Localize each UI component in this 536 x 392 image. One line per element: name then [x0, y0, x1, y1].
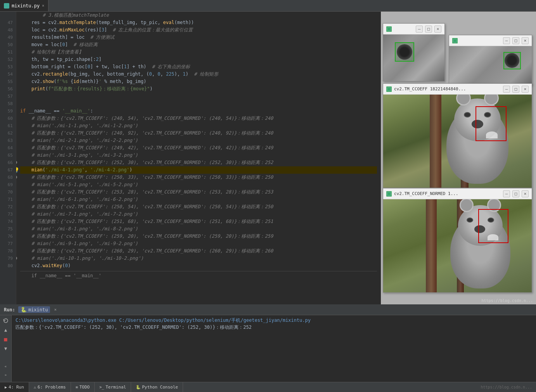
run-restart-btn[interactable] — [2, 317, 10, 325]
run-command-line: C:\Users\lenovo\anaconda3\python.exe C:/… — [16, 317, 532, 324]
detection-box-normed — [478, 209, 508, 243]
editor-panel: 47484950 51525354 55565758 59606162 6364… — [0, 12, 381, 304]
cv-close-btn-2[interactable]: ✕ — [522, 37, 529, 44]
code-line-56: print(f"匹配参数：{results}；移动距离：{move}") — [20, 85, 377, 93]
tab-terminal[interactable]: >_ Terminal — [95, 382, 131, 392]
cv-titlebar-thumb2: — □ ✕ — [449, 35, 532, 46]
code-line-78: # 匹配参数：{'cv2.TM_CCOEFF': (260, 29), 'cv2… — [20, 247, 377, 255]
cv-maximize-btn-4[interactable]: □ — [512, 190, 519, 197]
code-line-68: # 匹配参数：{'cv2.TM_CCOEFF': (250, 33), 'cv2… — [20, 174, 377, 181]
status-bar: https://blog.csdn.n... — [481, 385, 536, 389]
watermark-text: https://blog.csdn.n... — [482, 299, 533, 303]
run-sidebar: ▲ ■ ▼ « » — [0, 315, 12, 382]
code-line-63: # mian('./mi-2-1.png', './mi-2-2.png') — [20, 137, 377, 144]
cv-maximize-btn-3[interactable]: □ — [512, 86, 519, 93]
file-tab-icon — [4, 3, 9, 9]
tab-problems[interactable]: ⚠ 6: Problems — [29, 382, 71, 392]
thumb1-koala — [383, 35, 444, 81]
code-line-72: # 匹配参数：{'cv2.TM_CCOEFF': (250, 54), 'cv2… — [20, 203, 377, 211]
problems-tab-icon: ⚠ — [34, 385, 36, 389]
run-sidebar-expand-area: « » — [2, 363, 10, 380]
detect-inner-shape — [486, 131, 498, 138]
run-tab-label: 4: Run — [9, 385, 24, 390]
code-line-65: # mian('./mi-3-1.png', './mi-3-2.png') — [20, 152, 377, 159]
run-body: ▲ ■ ▼ « » C:\Users\lenovo\anaconda3\pyth… — [0, 315, 536, 382]
tree-trunk-3 — [426, 199, 437, 292]
cv-maximize-btn-1[interactable]: □ — [425, 26, 432, 33]
cv-minimize-btn-3[interactable]: — — [503, 86, 510, 93]
cv-minimize-btn-4[interactable]: — — [503, 190, 510, 197]
code-line-61: # mian('./mi-1-1.png', './mi-1-2.png') — [20, 122, 377, 130]
cv-window-thumb2: — □ ✕ — [449, 35, 532, 85]
run-header: Run: 🐍 mixintu × — [0, 304, 536, 315]
tab-python-console[interactable]: 🐍 Python Console — [131, 382, 183, 392]
koala-ear-left-2 — [460, 199, 474, 212]
code-line-59: ▶ if __name__ == '__main__': — [20, 107, 377, 115]
code-line-67: 💡 mian('./mi-4-1.png', './mi-4-2.png') — [20, 166, 377, 174]
tab-bar: mixintu.py × — [0, 0, 536, 12]
cv-minimize-btn-1[interactable]: — — [416, 26, 423, 33]
code-line-74: # 匹配参数：{'cv2.TM_CCOEFF': (251, 68), 'cv2… — [20, 218, 377, 225]
run-script-close[interactable]: × — [54, 307, 57, 312]
run-down-btn[interactable]: ▼ — [2, 345, 10, 352]
run-tab-icon: ▶ — [5, 385, 7, 389]
code-line-comment-top: # 3.模板匹配matchTemplate — [20, 12, 377, 19]
cv-ccoeff-image — [383, 95, 532, 188]
main-area: 47484950 51525354 55565758 59606162 6364… — [0, 12, 536, 304]
cv-title-icon-thumb2 — [452, 38, 458, 43]
tree-trunk — [430, 95, 441, 188]
run-script-name: mixintu — [28, 307, 48, 313]
cv-minimize-btn-2[interactable]: — — [503, 37, 510, 44]
run-stop-btn[interactable]: ■ — [2, 335, 10, 343]
run-up-btn[interactable]: ▲ — [2, 326, 10, 334]
code-line-71: # mian('./mi-6-1.png', './mi-6-2.png') — [20, 196, 377, 203]
tab-run[interactable]: ▶ 4: Run — [0, 382, 29, 392]
thumb2-koala — [449, 46, 532, 85]
file-tab-close[interactable]: × — [42, 3, 44, 8]
code-area: 47484950 51525354 55565758 59606162 6364… — [0, 12, 381, 304]
breakpoint-dot-2-icon — [16, 176, 17, 179]
svg-rect-5 — [388, 88, 390, 90]
code-line-50: move = loc[0] # 移动距离 — [20, 41, 377, 48]
cv-window-ccoeff: cv2.TM_CCOEFF 18221484840... — □ ✕ — [383, 83, 532, 188]
python-console-tab-icon: 🐍 — [136, 385, 140, 389]
code-line-75: # mian('./mi-8-1.png', './mi-8-2.png') — [20, 225, 377, 233]
bulb-icon: 💡 — [16, 166, 19, 174]
terminal-tab-icon: >_ — [99, 385, 104, 389]
cv-close-btn-1[interactable]: ✕ — [434, 26, 441, 33]
normed-koala-bg — [383, 199, 532, 292]
right-panel: — □ ✕ — □ — [381, 12, 536, 304]
run-script-badge[interactable]: 🐍 mixintu — [18, 306, 50, 313]
file-tab-mixintu[interactable]: mixintu.py × — [0, 0, 48, 11]
cv-title-icon-thumb1 — [386, 26, 392, 32]
code-line-64: # 匹配参数：{'cv2.TM_CCOEFF': (249, 42), 'cv2… — [20, 144, 377, 152]
cv-window-normed: cv2.TM_CCOEFF_NORMED 1... — □ ✕ — [383, 188, 532, 293]
run-expand-left-btn[interactable]: « — [2, 363, 10, 370]
file-tab-label: mixintu.py — [12, 3, 40, 9]
code-line-66: # 匹配参数：{'cv2.TM_CCOEFF': (252, 30), 'cv2… — [20, 159, 377, 166]
run-python-icon: 🐍 — [21, 307, 27, 313]
run-result-line: 匹配参数：{'cv2.TM_CCOEFF': (252, 30), 'cv2.T… — [16, 324, 532, 331]
code-line-57 — [20, 93, 377, 100]
thumb2-dark-shape — [505, 53, 519, 68]
code-line-79: # mian('./mi-10-1.png', './mi-10-2.png') — [20, 255, 377, 262]
cv-close-btn-4[interactable]: ✕ — [522, 190, 529, 197]
breakpoint-dot-icon — [16, 161, 17, 164]
cv-titlebar-normed: cv2.TM_CCOEFF_NORMED 1... — □ ✕ — [383, 188, 532, 199]
code-line-77: # mian('./mi-9-1.png', './mi-9-2.png') — [20, 240, 377, 247]
detection-box-ccoeff — [475, 106, 507, 141]
python-console-tab-label: Python Console — [142, 385, 178, 390]
cv-title-icon-ccoeff — [386, 86, 392, 92]
cv-normed-image — [383, 199, 532, 292]
todo-tab-label: TODO — [80, 385, 90, 390]
cv-titlebar-ccoeff: cv2.TM_CCOEFF 18221484840... — □ ✕ — [383, 84, 532, 95]
tab-todo[interactable]: ≡ TODO — [71, 382, 95, 392]
cv-maximize-btn-2[interactable]: □ — [512, 37, 519, 44]
problems-tab-label: 6: Problems — [38, 385, 66, 390]
cv-close-btn-3[interactable]: ✕ — [522, 86, 529, 93]
koala-eye-left-2 — [467, 218, 473, 223]
cv-window-thumb1: — □ ✕ — [383, 23, 445, 81]
svg-rect-1 — [388, 28, 390, 30]
run-expand-right-btn[interactable]: » — [2, 371, 10, 379]
code-content: # 3.模板匹配matchTemplate res = cv2.matchTem… — [16, 12, 381, 304]
